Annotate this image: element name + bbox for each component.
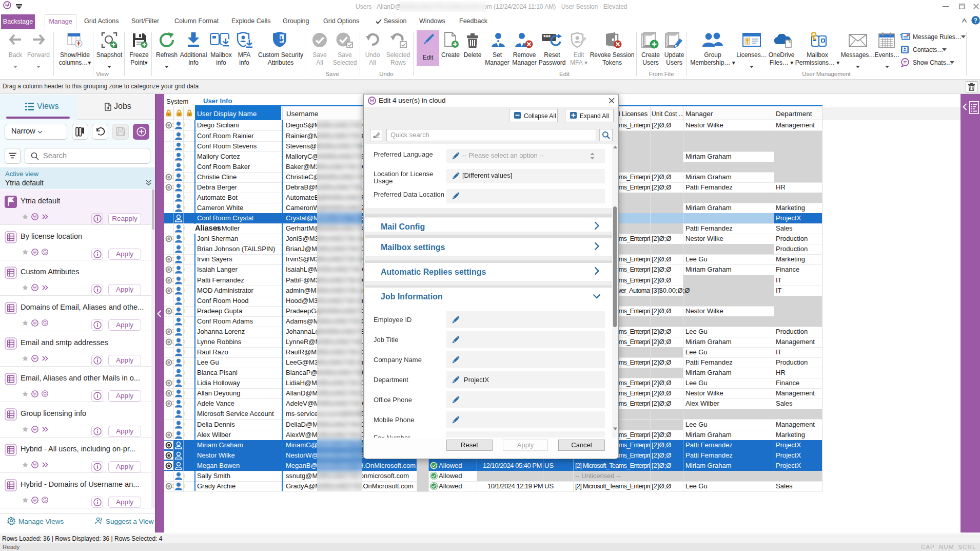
svg-text:***: *** [543,34,551,41]
svg-text:?: ? [974,17,977,24]
